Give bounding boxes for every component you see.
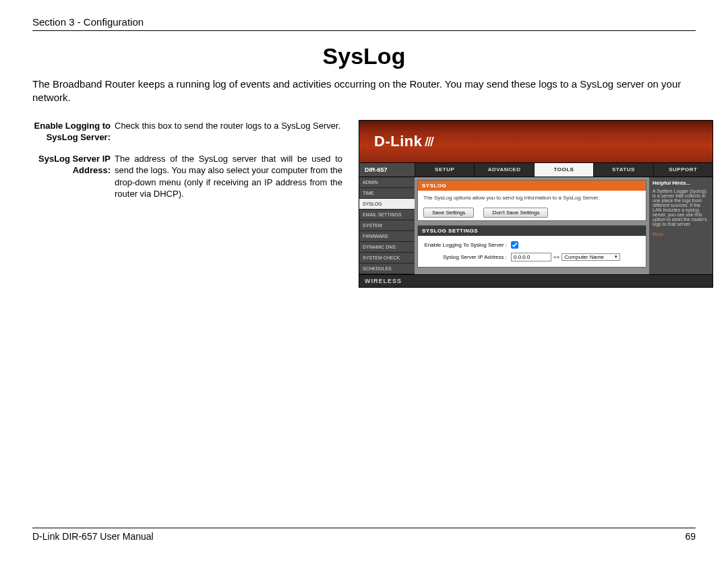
ip-address-label: Syslog Server IP Address : [423, 254, 511, 260]
save-settings-button[interactable]: Save Settings [423, 208, 474, 218]
definition-description: The address of the SysLog server that wi… [115, 153, 342, 200]
ip-address-row: Syslog Server IP Address : 0.0.0.0 << Co… [418, 251, 646, 267]
screenshot-sidebar: ADMIN TIME SYSLOG EMAIL SETTINGS SYSTEM … [359, 177, 415, 274]
definition-row: SysLog Server IP Address: The address of… [32, 153, 342, 200]
sidebar-item-system[interactable]: SYSTEM [359, 220, 415, 231]
syslog-panel: SYSLOG The SysLog options allow you to s… [417, 180, 646, 221]
sidebar-item-schedules[interactable]: SCHEDULES [359, 263, 415, 274]
footer-page-number: 69 [685, 531, 696, 542]
tab-support[interactable]: SUPPORT [653, 163, 712, 177]
definition-row: Enable Logging to SysLog Server: Check t… [32, 120, 342, 144]
hints-header: Helpful Hints... [653, 180, 709, 186]
screenshot-brand-bar: D-Link [359, 121, 712, 162]
tab-advanced[interactable]: ADVANCED [474, 163, 533, 177]
footer-manual: D-Link DIR-657 User Manual [32, 531, 154, 542]
content-row: Enable Logging to SysLog Server: Check t… [32, 120, 696, 288]
dlink-logo: D-Link [374, 133, 422, 150]
sidebar-item-admin[interactable]: ADMIN [359, 177, 415, 188]
syslog-settings-panel: SYSLOG SETTINGS Enable Logging To Syslog… [417, 225, 646, 268]
computer-select[interactable]: Computer Name ▾ [562, 253, 620, 261]
sidebar-item-syslog[interactable]: SYSLOG [359, 199, 415, 210]
tab-status[interactable]: STATUS [593, 163, 653, 177]
router-screenshot: D-Link DIR-657 SETUP ADVANCED TOOLS STAT… [359, 120, 713, 288]
section-header: Section 3 - Configuration [32, 16, 696, 31]
model-label: DIR-657 [359, 163, 415, 177]
definition-description: Check this box to send the router logs t… [115, 120, 342, 144]
sidebar-item-ddns[interactable]: DYNAMIC DNS [359, 242, 415, 253]
ip-address-input[interactable]: 0.0.0.0 [511, 253, 551, 261]
sidebar-item-firmware[interactable]: FIRMWARE [359, 231, 415, 242]
definitions-list: Enable Logging to SysLog Server: Check t… [32, 120, 342, 288]
screenshot-nav: DIR-657 SETUP ADVANCED TOOLS STATUS SUPP… [359, 162, 712, 177]
helpful-hints: Helpful Hints... A System Logger (syslog… [649, 177, 712, 274]
screenshot-main: SYSLOG The SysLog options allow you to s… [415, 177, 649, 274]
tab-setup[interactable]: SETUP [415, 163, 474, 177]
enable-logging-checkbox[interactable] [511, 241, 518, 249]
settings-header: SYSLOG SETTINGS [418, 226, 646, 236]
enable-logging-row: Enable Logging To Syslog Server : [418, 236, 646, 251]
button-row: Save Settings Don't Save Settings [418, 205, 646, 220]
computer-select-value: Computer Name [564, 254, 604, 260]
logo-stripes-icon [426, 137, 433, 146]
dont-save-settings-button[interactable]: Don't Save Settings [483, 208, 548, 218]
sidebar-item-email[interactable]: EMAIL SETTINGS [359, 210, 415, 220]
hints-more-link[interactable]: More... [653, 232, 667, 237]
intro-paragraph: The Broadband Router keeps a running log… [32, 77, 696, 105]
panel-description: The SysLog options allow you to send log… [418, 191, 646, 205]
screenshot-footer: WIRELESS [359, 274, 712, 287]
page-title: SysLog [32, 43, 696, 69]
screenshot-body: ADMIN TIME SYSLOG EMAIL SETTINGS SYSTEM … [359, 177, 712, 274]
panel-header: SYSLOG [418, 181, 646, 191]
tab-tools[interactable]: TOOLS [534, 163, 593, 177]
enable-logging-label: Enable Logging To Syslog Server : [423, 242, 511, 248]
chevron-down-icon: ▾ [615, 254, 617, 259]
hints-body: A System Logger (syslog) is a server tha… [653, 189, 709, 226]
page-footer: D-Link DIR-657 User Manual 69 [32, 528, 696, 542]
definition-term: Enable Logging to SysLog Server: [32, 120, 115, 144]
arrows-icon: << [553, 254, 559, 260]
definition-term: SysLog Server IP Address: [32, 153, 115, 200]
sidebar-item-time[interactable]: TIME [359, 188, 415, 199]
sidebar-item-syscheck[interactable]: SYSTEM CHECK [359, 253, 415, 263]
